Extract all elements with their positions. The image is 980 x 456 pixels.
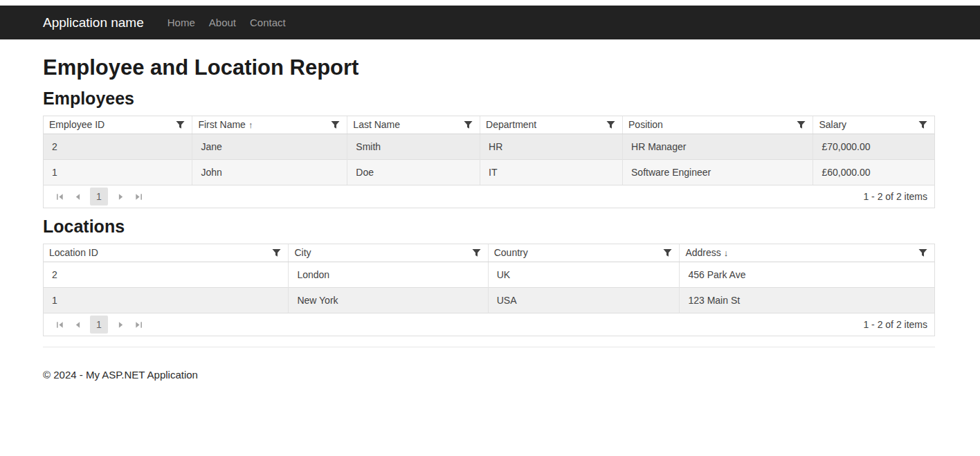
- filter-button-country[interactable]: [662, 248, 673, 258]
- filter-button-city[interactable]: [471, 248, 482, 258]
- col-label-last-name: Last Name: [353, 119, 400, 130]
- filter-button-position[interactable]: [795, 120, 807, 130]
- col-header-last-name[interactable]: Last Name: [347, 116, 480, 134]
- locations-grid: Location ID City: [43, 244, 935, 336]
- col-header-department[interactable]: Department: [480, 116, 623, 134]
- cell-first-name: John: [192, 159, 347, 185]
- cell-position: Software Engineer: [623, 159, 813, 185]
- col-header-salary[interactable]: Salary: [813, 116, 934, 134]
- cell-country: UK: [488, 262, 680, 287]
- last-page-icon: [134, 320, 143, 329]
- navbar-brand[interactable]: Application name: [43, 15, 144, 30]
- filter-button-address[interactable]: [917, 248, 929, 258]
- pager-info: 1 - 2 of 2 items: [863, 319, 927, 330]
- employees-heading: Employees: [43, 89, 935, 109]
- locations-table-row: 2 London UK 456 Park Ave: [44, 262, 934, 287]
- col-header-location-id[interactable]: Location ID: [44, 244, 289, 262]
- cell-last-name: Smith: [347, 134, 480, 159]
- cell-salary: £60,000.00: [813, 159, 934, 185]
- col-header-position[interactable]: Position: [623, 116, 813, 134]
- previous-page-button[interactable]: [69, 188, 87, 206]
- employees-table-row: 1 John Doe IT Software Engineer £60,000.…: [44, 159, 934, 185]
- col-label-country: Country: [494, 247, 528, 258]
- employees-table-row: 2 Jane Smith HR HR Manager £70,000.00: [44, 134, 934, 159]
- previous-page-icon: [73, 192, 82, 201]
- cell-employee-id: 2: [44, 134, 192, 159]
- cell-address: 123 Main St: [680, 287, 934, 313]
- last-page-button[interactable]: [129, 316, 147, 334]
- cell-country: USA: [488, 287, 680, 313]
- cell-last-name: Doe: [347, 159, 480, 185]
- filter-funnel-icon: [464, 120, 473, 129]
- previous-page-icon: [73, 320, 82, 329]
- locations-table-row: 1 New York USA 123 Main St: [44, 287, 934, 313]
- col-header-address[interactable]: Address ↓: [680, 244, 934, 262]
- footer-divider: [43, 347, 935, 347]
- first-page-icon: [55, 320, 64, 329]
- cell-department: IT: [480, 159, 623, 185]
- filter-funnel-icon: [331, 120, 340, 129]
- next-page-icon: [116, 320, 125, 329]
- filter-funnel-icon: [272, 248, 281, 257]
- pager-info: 1 - 2 of 2 items: [863, 191, 927, 202]
- footer-copyright: © 2024 - My ASP.NET Application: [43, 358, 935, 397]
- col-header-first-name[interactable]: First Name ↑: [192, 116, 347, 134]
- col-header-employee-id[interactable]: Employee ID: [44, 116, 192, 134]
- filter-funnel-icon: [472, 248, 481, 257]
- cell-department: HR: [480, 134, 623, 159]
- last-page-button[interactable]: [129, 188, 147, 206]
- cell-city: New York: [289, 287, 488, 313]
- nav-link-about[interactable]: About: [202, 11, 243, 34]
- filter-button-first-name[interactable]: [329, 120, 341, 130]
- filter-button-employee-id[interactable]: [174, 120, 186, 130]
- cell-address: 456 Park Ave: [680, 262, 934, 287]
- cell-first-name: Jane: [192, 134, 347, 159]
- current-page-indicator[interactable]: 1: [90, 316, 108, 334]
- top-navbar: Application name Home About Contact: [0, 6, 980, 39]
- col-label-salary: Salary: [819, 119, 846, 130]
- next-page-button[interactable]: [111, 316, 129, 334]
- locations-pager: 1 1 - 2 of 2 items: [44, 313, 934, 336]
- col-header-country[interactable]: Country: [488, 244, 680, 262]
- first-page-icon: [55, 192, 64, 201]
- filter-funnel-icon: [663, 248, 672, 257]
- filter-funnel-icon: [606, 120, 615, 129]
- col-label-first-name: First Name: [198, 119, 245, 130]
- cell-location-id: 1: [44, 287, 289, 313]
- filter-button-salary[interactable]: [917, 120, 929, 130]
- first-page-button[interactable]: [51, 316, 69, 334]
- nav-link-home[interactable]: Home: [161, 11, 202, 34]
- cell-location-id: 2: [44, 262, 289, 287]
- employees-grid: Employee ID First Name ↑: [43, 116, 935, 208]
- col-label-employee-id: Employee ID: [49, 119, 105, 130]
- locations-header-row: Location ID City: [44, 244, 934, 262]
- locations-heading: Locations: [43, 217, 935, 237]
- filter-button-last-name[interactable]: [462, 120, 474, 130]
- main-content: Employee and Location Report Employees E…: [0, 55, 980, 397]
- col-label-location-id: Location ID: [49, 247, 98, 258]
- filter-funnel-icon: [176, 120, 185, 129]
- nav-link-contact[interactable]: Contact: [243, 11, 293, 34]
- next-page-icon: [116, 192, 125, 201]
- employees-header-row: Employee ID First Name ↑: [44, 116, 934, 134]
- col-header-city[interactable]: City: [289, 244, 488, 262]
- cell-salary: £70,000.00: [813, 134, 934, 159]
- filter-button-department[interactable]: [605, 120, 617, 130]
- filter-funnel-icon: [797, 120, 806, 129]
- employees-pager: 1 1 - 2 of 2 items: [44, 185, 934, 208]
- cell-employee-id: 1: [44, 159, 192, 185]
- col-label-address: Address: [685, 247, 720, 258]
- next-page-button[interactable]: [111, 188, 129, 206]
- filter-funnel-icon: [918, 248, 927, 257]
- sort-descending-icon: ↓: [724, 248, 729, 258]
- cell-city: London: [289, 262, 488, 287]
- col-label-position: Position: [628, 119, 663, 130]
- last-page-icon: [134, 192, 143, 201]
- col-label-city: City: [294, 247, 311, 258]
- cell-position: HR Manager: [623, 134, 813, 159]
- current-page-indicator[interactable]: 1: [90, 188, 108, 206]
- previous-page-button[interactable]: [69, 316, 87, 334]
- col-label-department: Department: [486, 119, 536, 130]
- first-page-button[interactable]: [51, 188, 69, 206]
- filter-button-location-id[interactable]: [271, 248, 282, 258]
